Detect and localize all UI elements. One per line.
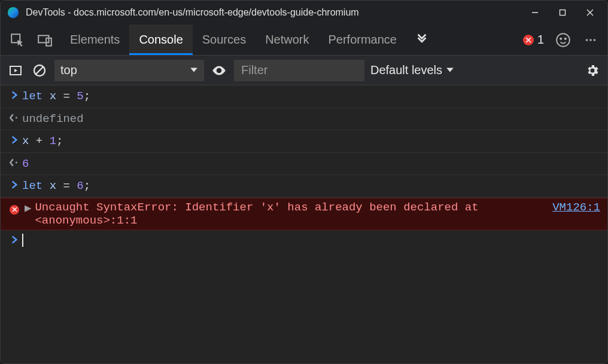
svg-point-10 xyxy=(557,33,570,47)
console-row-output: 6 xyxy=(1,153,607,176)
console-row-input: x + 1; xyxy=(1,130,607,153)
console-row-error: ▶Uncaught SyntaxError: Identifier 'x' ha… xyxy=(1,198,607,230)
code-content: x + 1; xyxy=(22,133,600,150)
svg-point-14 xyxy=(589,39,592,41)
svg-point-21 xyxy=(16,161,17,163)
prompt-chevron-icon xyxy=(7,88,22,100)
title-bar: DevTools - docs.microsoft.com/en-us/micr… xyxy=(1,1,607,25)
log-levels-select[interactable]: Default levels xyxy=(370,63,454,77)
maximize-button[interactable] xyxy=(549,3,576,22)
more-options-icon[interactable] xyxy=(579,28,603,52)
console-row-output: undefined xyxy=(1,108,607,131)
more-tabs-icon[interactable] xyxy=(410,28,434,52)
svg-point-13 xyxy=(586,39,588,41)
tab-performance[interactable]: Performance xyxy=(319,25,407,55)
window-title: DevTools - docs.microsoft.com/en-us/micr… xyxy=(26,7,515,18)
sidebar-toggle-icon[interactable] xyxy=(7,62,25,79)
expand-error-icon[interactable]: ▶ xyxy=(22,201,35,227)
result-chevron-icon xyxy=(7,111,22,123)
console-input-prompt[interactable] xyxy=(1,230,607,252)
devtools-tab-bar: Elements Console Sources Network Perform… xyxy=(1,25,607,56)
execution-context-select[interactable]: top xyxy=(54,60,204,81)
code-content: 6 xyxy=(22,155,600,173)
context-value: top xyxy=(60,63,77,77)
tab-elements[interactable]: Elements xyxy=(60,25,129,55)
tab-sources[interactable]: Sources xyxy=(193,25,256,55)
edge-app-icon xyxy=(7,6,20,19)
clear-console-icon[interactable] xyxy=(31,62,48,79)
svg-point-11 xyxy=(560,38,561,39)
console-row-input: let x = 5; xyxy=(1,85,607,108)
svg-line-18 xyxy=(36,67,43,74)
code-content: let x = 6; xyxy=(22,178,600,195)
console-toolbar: top Default levels xyxy=(1,56,607,85)
error-count-badge[interactable]: 1 xyxy=(523,33,544,47)
minimize-button[interactable] xyxy=(521,3,549,22)
prompt-chevron-icon xyxy=(7,233,22,245)
console-row-input: let x = 6; xyxy=(1,175,607,198)
inspect-element-icon[interactable] xyxy=(5,28,29,52)
svg-point-0 xyxy=(8,7,19,18)
prompt-chevron-icon xyxy=(7,133,22,145)
svg-point-15 xyxy=(594,39,596,41)
dropdown-triangle-icon xyxy=(446,63,454,77)
svg-point-12 xyxy=(565,38,566,39)
live-expression-eye-icon[interactable] xyxy=(210,62,228,79)
tab-network[interactable]: Network xyxy=(256,25,318,55)
error-badge-icon xyxy=(7,201,22,215)
window-controls xyxy=(521,3,604,22)
svg-rect-6 xyxy=(38,35,48,42)
console-settings-gear-icon[interactable] xyxy=(583,62,601,79)
error-source-link[interactable]: VM126:1 xyxy=(540,201,600,227)
dropdown-triangle-icon xyxy=(190,63,198,77)
error-dot-icon xyxy=(523,35,534,45)
close-button[interactable] xyxy=(576,3,604,22)
code-content: let x = 5; xyxy=(22,88,600,105)
tab-console[interactable]: Console xyxy=(129,25,192,55)
console-output[interactable]: let x = 5;undefinedx + 1;6let x = 6;▶Unc… xyxy=(1,85,607,363)
error-count: 1 xyxy=(537,33,544,47)
svg-point-19 xyxy=(218,69,220,71)
feedback-smile-icon[interactable] xyxy=(551,28,575,52)
error-message: Uncaught SyntaxError: Identifier 'x' has… xyxy=(35,201,540,227)
panel-tabs: Elements Console Sources Network Perform… xyxy=(60,25,406,55)
svg-rect-2 xyxy=(560,10,566,16)
code-content: undefined xyxy=(22,111,600,128)
result-chevron-icon xyxy=(7,155,22,168)
filter-input[interactable] xyxy=(234,60,364,81)
device-toolbar-icon[interactable] xyxy=(33,28,57,52)
prompt-chevron-icon xyxy=(7,178,22,190)
levels-label: Default levels xyxy=(370,63,442,77)
svg-point-20 xyxy=(16,117,17,118)
